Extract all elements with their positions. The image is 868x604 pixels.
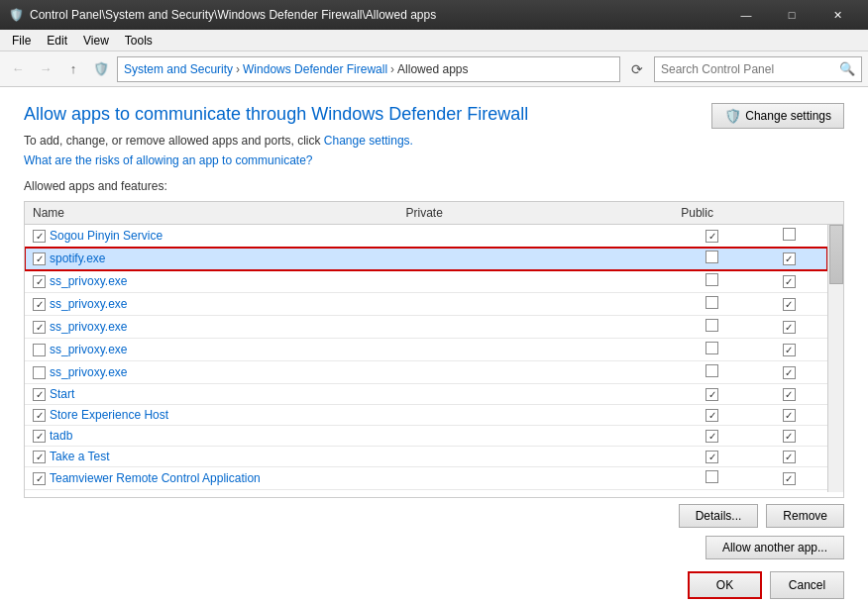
table-row[interactable]: tadb xyxy=(25,426,827,447)
table-row[interactable]: ss_privoxy.exe xyxy=(25,361,827,384)
table-row[interactable]: Take a Test xyxy=(25,447,827,467)
public-checkbox-cell xyxy=(751,270,827,293)
apps-table-container: Name Private Public Sogou Pinyin Service… xyxy=(24,201,844,498)
private-checkbox[interactable] xyxy=(705,273,718,286)
table-row[interactable]: ss_privoxy.exe xyxy=(25,316,827,339)
private-checkbox-cell xyxy=(674,339,750,361)
app-name-link[interactable]: ss_privoxy.exe xyxy=(50,365,127,379)
refresh-button[interactable]: ⟳ xyxy=(624,56,650,82)
col-public: Public xyxy=(567,202,827,225)
public-checkbox[interactable] xyxy=(783,344,796,356)
menu-file[interactable]: File xyxy=(4,32,39,50)
public-checkbox-cell xyxy=(751,248,827,270)
private-checkbox[interactable] xyxy=(705,230,718,243)
app-checkbox[interactable] xyxy=(33,275,46,288)
app-checkbox[interactable] xyxy=(33,388,46,401)
public-checkbox[interactable] xyxy=(783,388,796,401)
app-name-cell: ss_privoxy.exe xyxy=(25,293,674,316)
app-name-link[interactable]: ss_privoxy.exe xyxy=(50,343,127,356)
public-checkbox-cell xyxy=(751,426,827,447)
public-checkbox[interactable] xyxy=(783,228,796,241)
menu-view[interactable]: View xyxy=(75,32,117,50)
app-checkbox[interactable] xyxy=(33,366,46,379)
app-checkbox[interactable] xyxy=(33,430,46,443)
app-name-link[interactable]: Take a Test xyxy=(50,450,109,463)
public-checkbox[interactable] xyxy=(783,298,796,311)
menu-edit[interactable]: Edit xyxy=(39,32,75,50)
app-name-link[interactable]: ss_privoxy.exe xyxy=(50,320,127,334)
private-checkbox[interactable] xyxy=(705,470,718,483)
col-private: Private xyxy=(281,202,567,225)
app-checkbox[interactable] xyxy=(33,298,46,311)
up-button[interactable]: ↑ xyxy=(61,57,85,81)
cancel-button[interactable]: Cancel xyxy=(770,571,844,599)
app-name-link[interactable]: spotify.exe xyxy=(50,252,105,265)
table-scroll-area: Sogou Pinyin Service spotify.exe ss_priv… xyxy=(25,225,843,492)
app-name-link[interactable]: ss_privoxy.exe xyxy=(50,297,127,311)
title-bar: 🛡️ Control Panel\System and Security\Win… xyxy=(0,0,868,30)
app-name-cell: ss_privoxy.exe xyxy=(25,316,674,339)
table-row[interactable]: Teamviewer Remote Control Application xyxy=(25,467,827,490)
search-input[interactable] xyxy=(661,62,839,76)
public-checkbox[interactable] xyxy=(783,409,796,422)
private-checkbox[interactable] xyxy=(705,296,718,309)
app-checkbox[interactable] xyxy=(33,451,46,463)
address-bar-input[interactable]: System and Security › Windows Defender F… xyxy=(117,56,620,82)
table-row[interactable]: spotify.exe xyxy=(25,248,827,270)
app-name-link[interactable]: tadb xyxy=(50,429,72,443)
app-checkbox[interactable] xyxy=(33,472,46,485)
change-settings-button[interactable]: 🛡️ Change settings xyxy=(711,103,844,129)
vertical-scrollbar[interactable] xyxy=(827,225,843,492)
public-checkbox-cell xyxy=(751,316,827,339)
app-name-link[interactable]: Teamviewer Remote Control Application xyxy=(50,471,261,485)
private-checkbox[interactable] xyxy=(705,388,718,401)
public-checkbox[interactable] xyxy=(783,472,796,485)
details-button[interactable]: Details... xyxy=(679,504,759,528)
breadcrumb-system[interactable]: System and Security xyxy=(124,62,233,76)
public-checkbox[interactable] xyxy=(783,366,796,379)
app-name-link[interactable]: Store Experience Host xyxy=(50,408,168,422)
app-name-link[interactable]: ss_privoxy.exe xyxy=(50,274,127,288)
forward-button[interactable]: → xyxy=(34,57,57,81)
ok-button[interactable]: OK xyxy=(688,571,762,599)
allow-another-button[interactable]: Allow another app... xyxy=(705,536,844,559)
app-checkbox[interactable] xyxy=(33,409,46,422)
app-checkbox[interactable] xyxy=(33,344,46,356)
app-name-link[interactable]: Start xyxy=(50,387,74,401)
app-checkbox[interactable] xyxy=(33,321,46,334)
public-checkbox[interactable] xyxy=(783,451,796,463)
public-checkbox[interactable] xyxy=(783,252,796,265)
private-checkbox[interactable] xyxy=(705,451,718,463)
private-checkbox[interactable] xyxy=(705,364,718,377)
private-checkbox[interactable] xyxy=(705,342,718,354)
public-checkbox[interactable] xyxy=(783,430,796,443)
app-name-cell: tadb xyxy=(25,426,674,447)
scrollbar-thumb[interactable] xyxy=(829,225,843,284)
change-settings-link[interactable]: Change settings. xyxy=(324,134,413,148)
table-row[interactable]: Store Experience Host xyxy=(25,405,827,426)
private-checkbox[interactable] xyxy=(705,319,718,332)
table-row[interactable]: Start xyxy=(25,384,827,405)
app-checkbox[interactable] xyxy=(33,252,46,265)
table-row[interactable]: ss_privoxy.exe xyxy=(25,293,827,316)
remove-button[interactable]: Remove xyxy=(766,504,844,528)
public-checkbox[interactable] xyxy=(783,275,796,288)
table-row[interactable]: ss_privoxy.exe xyxy=(25,339,827,361)
table-row[interactable]: ss_privoxy.exe xyxy=(25,270,827,293)
close-button[interactable]: ✕ xyxy=(814,0,860,30)
public-checkbox[interactable] xyxy=(783,321,796,334)
app-checkbox[interactable] xyxy=(33,230,46,243)
table-row[interactable]: Sogou Pinyin Service xyxy=(25,225,827,248)
private-checkbox[interactable] xyxy=(705,251,718,263)
back-button[interactable]: ← xyxy=(6,57,30,81)
help-link[interactable]: What are the risks of allowing an app to… xyxy=(24,153,844,167)
shield-icon: 🛡️ xyxy=(724,108,741,124)
minimize-button[interactable]: — xyxy=(723,0,769,30)
private-checkbox[interactable] xyxy=(705,430,718,443)
breadcrumb-firewall[interactable]: Windows Defender Firewall xyxy=(243,62,387,76)
app-name-link[interactable]: Sogou Pinyin Service xyxy=(50,229,163,243)
menu-tools[interactable]: Tools xyxy=(117,32,161,50)
maximize-button[interactable]: □ xyxy=(769,0,814,30)
private-checkbox[interactable] xyxy=(705,409,718,422)
public-checkbox-cell xyxy=(751,225,827,248)
